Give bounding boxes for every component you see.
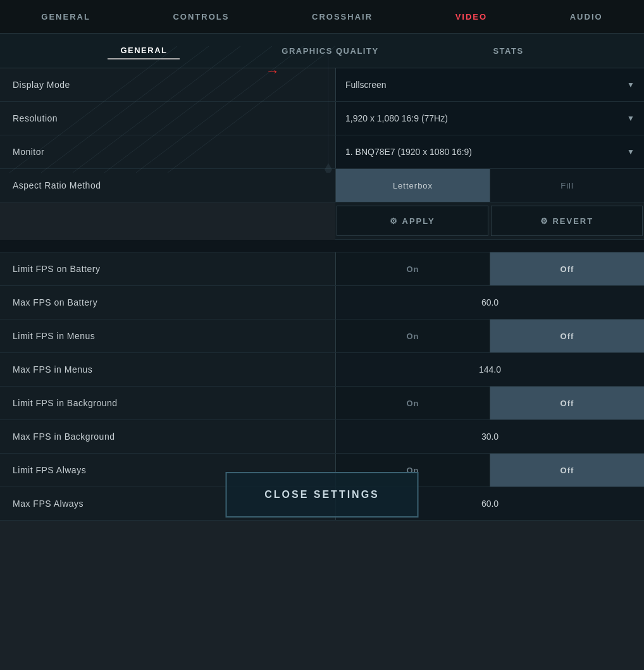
off-button-2[interactable]: Off bbox=[490, 319, 644, 352]
fps-control-5: 30.0 bbox=[335, 420, 644, 453]
off-button-4[interactable]: Off bbox=[490, 387, 644, 419]
display-mode-label: Display Mode bbox=[0, 80, 335, 90]
fps-row-2: Limit FPS in MenusOnOff bbox=[0, 319, 644, 353]
action-row: ⚙ APPLY ⚙ REVERT bbox=[335, 202, 644, 240]
fps-label-2: Limit FPS in Menus bbox=[0, 331, 335, 341]
fps-value-1: 60.0 bbox=[335, 286, 644, 319]
sub-nav: GENERAL GRAPHICS QUALITY STATS bbox=[0, 34, 644, 68]
nav-item-controls[interactable]: CONTROLS bbox=[160, 0, 242, 33]
letterbox-button[interactable]: Letterbox bbox=[335, 169, 490, 202]
chevron-down-icon: ▼ bbox=[627, 80, 635, 89]
fps-value-3: 144.0 bbox=[335, 353, 644, 386]
chevron-down-icon: ▼ bbox=[627, 114, 635, 123]
settings-content: Display Mode Fullscreen ▼ Resolution 1,9… bbox=[0, 68, 644, 521]
resolution-dropdown[interactable]: 1,920 x 1,080 16:9 (77Hz) ▼ bbox=[335, 102, 644, 135]
nav-item-video[interactable]: VIDEO bbox=[443, 0, 500, 33]
revert-button[interactable]: ⚙ REVERT bbox=[491, 206, 643, 236]
fps-control-3: 144.0 bbox=[335, 353, 644, 386]
monitor-row: Monitor 1. BNQ78E7 (1920 x 1080 16:9) ▼ bbox=[0, 135, 644, 169]
fps-label-1: Max FPS on Battery bbox=[0, 297, 335, 307]
off-button-6[interactable]: Off bbox=[490, 454, 644, 487]
fps-control-0: OnOff bbox=[335, 252, 644, 285]
section-spacer bbox=[0, 240, 644, 252]
aspect-ratio-row: Aspect Ratio Method Letterbox Fill bbox=[0, 169, 644, 202]
sub-nav-general[interactable]: GENERAL bbox=[108, 42, 180, 59]
fps-label-0: Limit FPS on Battery bbox=[0, 264, 335, 274]
on-button-4[interactable]: On bbox=[335, 387, 490, 419]
on-button-2[interactable]: On bbox=[335, 319, 490, 352]
fps-label-4: Limit FPS in Background bbox=[0, 398, 335, 408]
fps-row-3: Max FPS in Menus144.0 bbox=[0, 353, 644, 387]
off-button-0[interactable]: Off bbox=[490, 252, 644, 285]
monitor-label: Monitor bbox=[0, 147, 335, 157]
chevron-down-icon: ▼ bbox=[627, 147, 635, 156]
sub-nav-graphics-quality[interactable]: GRAPHICS QUALITY bbox=[269, 43, 391, 59]
fps-row-5: Max FPS in Background30.0 bbox=[0, 420, 644, 454]
fps-label-3: Max FPS in Menus bbox=[0, 364, 335, 375]
fps-control-2: OnOff bbox=[335, 319, 644, 352]
display-mode-control[interactable]: Fullscreen ▼ bbox=[335, 68, 644, 101]
nav-item-general[interactable]: GENERAL bbox=[28, 0, 103, 33]
apply-button[interactable]: ⚙ APPLY bbox=[337, 206, 488, 236]
aspect-ratio-control: Letterbox Fill bbox=[335, 169, 644, 202]
aspect-ratio-label: Aspect Ratio Method bbox=[0, 180, 335, 190]
fps-row-4: Limit FPS in BackgroundOnOff bbox=[0, 387, 644, 420]
fps-row-1: Max FPS on Battery60.0 bbox=[0, 286, 644, 319]
sub-nav-stats[interactable]: STATS bbox=[480, 43, 536, 59]
close-settings-button[interactable]: CLOSE SETTINGS bbox=[226, 472, 419, 518]
nav-item-crosshair[interactable]: CROSSHAIR bbox=[299, 0, 385, 33]
fps-label-5: Max FPS in Background bbox=[0, 431, 335, 442]
fps-value-5: 30.0 bbox=[335, 420, 644, 453]
resolution-label: Resolution bbox=[0, 113, 335, 123]
fps-control-1: 60.0 bbox=[335, 286, 644, 319]
monitor-control[interactable]: 1. BNQ78E7 (1920 x 1080 16:9) ▼ bbox=[335, 135, 644, 168]
monitor-dropdown[interactable]: 1. BNQ78E7 (1920 x 1080 16:9) ▼ bbox=[335, 135, 644, 168]
resolution-row: Resolution 1,920 x 1,080 16:9 (77Hz) ▼ bbox=[0, 102, 644, 135]
fps-control-4: OnOff bbox=[335, 387, 644, 419]
resolution-control[interactable]: 1,920 x 1,080 16:9 (77Hz) ▼ bbox=[335, 102, 644, 135]
fps-row-0: Limit FPS on BatteryOnOff bbox=[0, 252, 644, 286]
nav-item-audio[interactable]: AUDIO bbox=[557, 0, 616, 33]
on-button-0[interactable]: On bbox=[335, 252, 490, 285]
display-mode-dropdown[interactable]: Fullscreen ▼ bbox=[335, 68, 644, 101]
top-nav: GENERAL CONTROLS CROSSHAIR VIDEO AUDIO bbox=[0, 0, 644, 34]
fill-button[interactable]: Fill bbox=[490, 169, 644, 202]
display-mode-row: Display Mode Fullscreen ▼ bbox=[0, 68, 644, 102]
